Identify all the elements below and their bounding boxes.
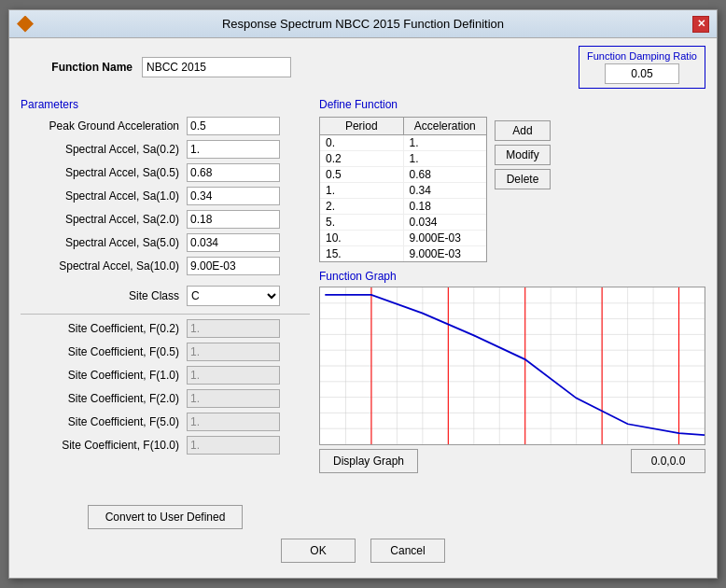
param-label-sa50: Spectral Accel, Sa(5.0) <box>21 236 179 249</box>
right-panel: Define Function Period Acceleration 0. 1… <box>319 98 705 529</box>
ok-button[interactable]: OK <box>281 539 356 563</box>
param-row-f10: Site Coefficient, F(1.0) <box>21 366 310 385</box>
param-input-sa05[interactable] <box>187 163 280 182</box>
period-cell: 1. <box>320 183 404 198</box>
param-input-f02 <box>187 319 280 338</box>
modify-button[interactable]: Modify <box>495 145 551 165</box>
param-row-sa10: Spectral Accel, Sa(1.0) <box>21 187 310 205</box>
acceleration-cell: 0.18 <box>404 199 487 214</box>
table-row[interactable]: 1. 0.34 <box>320 183 486 199</box>
param-label-pga: Peak Ground Acceleration <box>21 119 179 133</box>
delete-button[interactable]: Delete <box>495 169 551 189</box>
acceleration-cell: 9.000E-03 <box>404 246 487 261</box>
site-class-select[interactable]: C A B D E <box>187 286 280 306</box>
param-input-pga[interactable] <box>187 117 280 135</box>
acceleration-cell: 0.34 <box>404 183 487 198</box>
period-cell: 0. <box>320 135 404 150</box>
period-cell: 10. <box>320 231 404 245</box>
param-label-sa02: Spectral Accel, Sa(0.2) <box>21 143 179 156</box>
graph-label: Function Graph <box>319 270 705 283</box>
param-input-f10 <box>187 366 280 385</box>
table-body: 0. 1. 0.2 1. 0.5 0.68 <box>320 135 486 261</box>
param-input-sa10[interactable] <box>187 187 280 205</box>
table-header: Period Acceleration <box>320 118 486 135</box>
display-graph-button[interactable]: Display Graph <box>319 449 418 473</box>
param-label-f50: Site Coefficient, F(5.0) <box>21 415 179 428</box>
param-input-f50 <box>187 413 280 431</box>
param-row-sa100: Spectral Accel, Sa(10.0) <box>21 257 310 275</box>
param-label-f100: Site Coefficient, F(10.0) <box>21 439 179 452</box>
top-row: Function Name Function Damping Ratio <box>21 46 705 89</box>
table-row[interactable]: 0.2 1. <box>320 151 486 167</box>
param-label-sa20: Spectral Accel, Sa(2.0) <box>21 213 179 226</box>
param-input-sa02[interactable] <box>187 140 280 159</box>
acceleration-cell: 0.034 <box>404 215 487 230</box>
graph-bottom-row: Display Graph 0.0,0.0 <box>319 449 705 473</box>
dialog-window: Response Spectrum NBCC 2015 Function Def… <box>8 9 718 579</box>
table-row[interactable]: 0.5 0.68 <box>320 167 486 183</box>
close-button[interactable]: ✕ <box>692 16 709 33</box>
param-row-f05: Site Coefficient, F(0.5) <box>21 343 310 361</box>
app-icon <box>17 16 34 33</box>
param-input-f05 <box>187 343 280 361</box>
param-row-f100: Site Coefficient, F(10.0) <box>21 436 310 455</box>
param-label-sa10: Spectral Accel, Sa(1.0) <box>21 189 179 203</box>
param-row-sa02: Spectral Accel, Sa(0.2) <box>21 140 310 159</box>
param-input-f20 <box>187 389 280 408</box>
param-row-sa50: Spectral Accel, Sa(5.0) <box>21 233 310 252</box>
param-label-f20: Site Coefficient, F(2.0) <box>21 392 179 405</box>
period-cell: 5. <box>320 215 404 230</box>
damping-section: Function Damping Ratio <box>579 46 705 89</box>
acceleration-cell: 0.68 <box>404 167 487 182</box>
param-label-f05: Site Coefficient, F(0.5) <box>21 345 179 358</box>
data-table: Period Acceleration 0. 1. 0.2 1. <box>319 117 487 262</box>
param-input-sa100[interactable] <box>187 257 280 275</box>
table-row[interactable]: 10. 9.000E-03 <box>320 231 486 246</box>
period-cell: 15. <box>320 246 404 261</box>
table-buttons: Add Modify Delete <box>495 117 551 262</box>
site-class-label: Site Class <box>21 289 179 302</box>
coord-display: 0.0,0.0 <box>631 449 705 473</box>
table-row[interactable]: 0. 1. <box>320 135 486 151</box>
main-area: Parameters Peak Ground Acceleration Spec… <box>21 98 705 529</box>
acceleration-cell: 9.000E-03 <box>404 231 487 245</box>
param-row-site-class: Site Class C A B D E <box>21 286 310 306</box>
dialog-content: Function Name Function Damping Ratio Par… <box>9 38 717 578</box>
params-section-label: Parameters <box>21 98 310 111</box>
table-row[interactable]: 15. 9.000E-03 <box>320 246 486 261</box>
damping-input[interactable] <box>605 63 679 84</box>
param-row-f20: Site Coefficient, F(2.0) <box>21 389 310 408</box>
period-cell: 0.5 <box>320 167 404 182</box>
function-name-input[interactable] <box>142 57 291 77</box>
acceleration-cell: 1. <box>404 135 487 150</box>
table-row[interactable]: 2. 0.18 <box>320 199 486 215</box>
param-input-sa50[interactable] <box>187 233 280 252</box>
param-row-f02: Site Coefficient, F(0.2) <box>21 319 310 338</box>
left-panel: Parameters Peak Ground Acceleration Spec… <box>21 98 310 529</box>
period-cell: 2. <box>320 199 404 214</box>
cancel-button[interactable]: Cancel <box>370 539 445 563</box>
acceleration-header: Acceleration <box>404 118 487 134</box>
table-area: Period Acceleration 0. 1. 0.2 1. <box>319 117 705 262</box>
param-row-f50: Site Coefficient, F(5.0) <box>21 413 310 431</box>
param-input-sa20[interactable] <box>187 210 280 229</box>
define-function-label: Define Function <box>319 98 705 111</box>
add-button[interactable]: Add <box>495 120 551 141</box>
param-label-f10: Site Coefficient, F(1.0) <box>21 369 179 382</box>
acceleration-cell: 1. <box>404 151 487 166</box>
title-bar: Response Spectrum NBCC 2015 Function Def… <box>9 10 717 38</box>
graph-section: Function Graph <box>319 270 705 529</box>
period-cell: 0.2 <box>320 151 404 166</box>
param-row-pga: Peak Ground Acceleration <box>21 117 310 135</box>
graph-container[interactable] <box>319 287 705 445</box>
dialog-title: Response Spectrum NBCC 2015 Function Def… <box>34 17 692 31</box>
param-label-f02: Site Coefficient, F(0.2) <box>21 322 179 335</box>
damping-label: Function Damping Ratio <box>587 50 697 62</box>
convert-to-user-defined-button[interactable]: Convert to User Defined <box>88 505 244 529</box>
param-label-sa100: Spectral Accel, Sa(10.0) <box>21 259 179 273</box>
table-row[interactable]: 5. 0.034 <box>320 215 486 231</box>
period-header: Period <box>320 118 404 134</box>
param-input-f100 <box>187 436 280 455</box>
param-row-sa20: Spectral Accel, Sa(2.0) <box>21 210 310 229</box>
param-label-sa05: Spectral Accel, Sa(0.5) <box>21 166 179 179</box>
